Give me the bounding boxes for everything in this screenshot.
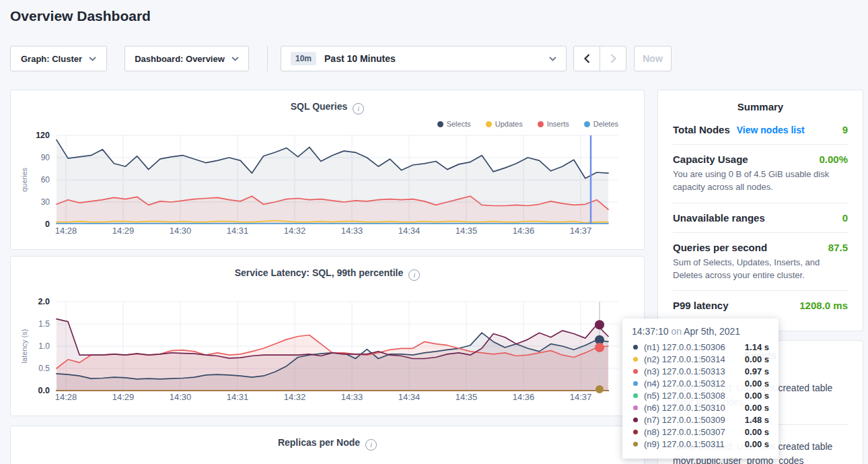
x-axis-tick-label: 14:33: [341, 226, 363, 236]
tooltip-node-dot: [633, 357, 638, 362]
x-axis-tick-label: 14:35: [456, 226, 478, 236]
overview-dashboard-page: Overview Dashboard Graph: Cluster Dashbo…: [0, 0, 868, 464]
y-axis-tick-label: 0.5: [38, 364, 50, 373]
summary-label: Unavailable ranges: [673, 212, 765, 224]
summary-title: Summary: [673, 101, 848, 112]
dashboard-dropdown[interactable]: Dashboard: Overview: [124, 46, 249, 71]
summary-value: 87.5: [828, 242, 848, 253]
x-axis-tick-label: 14:31: [227, 226, 249, 236]
summary-value: 1208.0 ms: [799, 300, 848, 311]
next-time-button[interactable]: [600, 46, 626, 71]
chart-title: Replicas per Node: [278, 437, 360, 448]
tooltip-node-value: 0.97 s: [745, 366, 769, 376]
summary-value: 9: [842, 124, 848, 135]
x-axis-tick-label: 14:30: [170, 226, 192, 236]
y-axis-label: latency (s): [20, 329, 28, 364]
sql-queries-panel: SQL Queriesi SelectsUpdatesInsertsDelete…: [10, 90, 645, 250]
y-axis-tick-label: 2.0: [38, 297, 50, 306]
tooltip-row: (n4) 127.0.0.1:503120.00 s: [632, 377, 769, 389]
latency-panel: Service Latency: SQL, 99th percentilei 1…: [10, 256, 645, 416]
tooltip-rows: (n1) 127.0.0.1:503061.14 s(n2) 127.0.0.1…: [632, 341, 769, 450]
hover-dot: [595, 385, 604, 393]
y-axis-tick-label: 0.0: [38, 386, 50, 395]
chevron-left-icon: [584, 54, 590, 63]
x-axis-tick-label: 14:34: [398, 226, 421, 236]
now-button[interactable]: Now: [634, 46, 672, 71]
tooltip-node-label: (n6) 127.0.0.1:50310: [644, 403, 725, 413]
summary-desc: Sum of Selects, Updates, Inserts, and De…: [673, 257, 848, 282]
chevron-down-icon: [89, 57, 96, 61]
x-axis-tick-label: 14:32: [284, 226, 306, 236]
x-axis-tick-label: 14:37: [570, 392, 592, 402]
summary-item: Total Nodes View nodes list 9: [673, 115, 848, 144]
summary-item: Capacity Usage 0.00% You are using 0 B o…: [673, 144, 848, 203]
x-axis-tick-label: 14:30: [170, 392, 192, 402]
tooltip-node-label: (n4) 127.0.0.1:50312: [644, 378, 725, 389]
dashboard-dropdown-label: Dashboard: Overview: [135, 54, 225, 64]
tooltip-row: (n1) 127.0.0.1:503061.14 s: [632, 341, 769, 353]
tooltip-node-value: 1.48 s: [745, 415, 769, 425]
x-axis-tick-label: 14:36: [513, 226, 535, 236]
y-axis-tick-label: 90: [41, 153, 50, 162]
x-axis-tick-label: 14:34: [398, 392, 421, 402]
summary-item: P99 latency 1208.0 ms: [673, 290, 848, 320]
x-axis-tick-label: 14:29: [112, 392, 135, 402]
summary-desc: You are using 0 B of 4.5 GiB usable disk…: [673, 168, 848, 194]
y-axis-tick-label: 120: [36, 131, 50, 140]
tooltip-node-dot: [633, 393, 638, 398]
x-axis-tick-label: 14:35: [456, 392, 478, 402]
x-axis-tick-label: 14:32: [284, 392, 306, 402]
view-nodes-link[interactable]: View nodes list: [737, 125, 805, 135]
hover-dot: [595, 343, 604, 352]
summary-label: Total Nodes: [673, 124, 730, 135]
tooltip-node-label: (n5) 127.0.0.1:50308: [644, 391, 725, 401]
tooltip-node-value: 0.00 s: [745, 391, 769, 401]
tooltip-row: (n2) 127.0.0.1:503140.00 s: [632, 353, 769, 365]
tooltip-node-dot: [633, 418, 638, 422]
summary-label: P99 latency: [673, 300, 729, 311]
tooltip-timestamp: 14:37:10 on Apr 5th, 2021: [632, 326, 769, 337]
tooltip-row: (n7) 127.0.0.1:503091.48 s: [632, 413, 769, 426]
tooltip-row: (n5) 127.0.0.1:503080.00 s: [632, 389, 769, 401]
info-icon[interactable]: i: [365, 439, 377, 451]
x-axis-tick-label: 14:37: [570, 226, 592, 236]
y-axis-tick-label: 1.0: [38, 341, 50, 351]
tooltip-row: (n9) 127.0.0.1:503110.00 s: [632, 438, 769, 450]
summary-item: Unavailable ranges 0: [673, 203, 848, 232]
y-axis-tick-label: 30: [41, 197, 50, 207]
latency-chart[interactable]: 14:2814:2914:3014:3114:3214:3314:3414:35…: [11, 257, 645, 417]
y-axis-tick-label: 1.5: [38, 319, 50, 329]
tooltip-node-label: (n2) 127.0.0.1:50314: [644, 354, 725, 364]
sql-queries-chart[interactable]: 14:2814:2914:3014:3114:3214:3314:3414:35…: [11, 90, 645, 251]
summary-value: 0.00%: [819, 154, 848, 165]
tooltip-node-dot: [633, 345, 638, 350]
tooltip-row: (n3) 127.0.0.1:503130.97 s: [632, 365, 769, 377]
tooltip-row: (n8) 127.0.0.1:503070.00 s: [632, 426, 769, 438]
time-range-badge: 10m: [291, 52, 316, 65]
time-range-selector[interactable]: 10m Past 10 Minutes: [281, 46, 567, 71]
graph-dropdown-label: Graph: Cluster: [21, 54, 82, 64]
toolbar-divider: [267, 46, 268, 71]
x-axis-tick-label: 14:31: [227, 392, 249, 402]
x-axis-tick-label: 14:29: [112, 226, 135, 236]
graph-dropdown[interactable]: Graph: Cluster: [10, 46, 107, 71]
x-axis-tick-label: 14:33: [341, 392, 363, 402]
tooltip-node-value: 0.00 s: [745, 427, 769, 437]
tooltip-node-label: (n1) 127.0.0.1:50306: [644, 342, 725, 352]
x-axis-tick-label: 14:28: [55, 226, 77, 236]
tooltip-node-label: (n7) 127.0.0.1:50309: [644, 415, 725, 425]
tooltip-node-label: (n8) 127.0.0.1:50307: [644, 427, 725, 437]
summary-label: Queries per second: [673, 242, 767, 253]
tooltip-node-dot: [633, 430, 638, 434]
summary-panel: Summary Total Nodes View nodes list 9 Ca…: [657, 90, 863, 331]
summary-label: Capacity Usage: [673, 154, 748, 165]
tooltip-row: (n6) 127.0.0.1:503100.00 s: [632, 401, 769, 413]
tooltip-node-label: (n9) 127.0.0.1:50311: [644, 439, 725, 449]
y-axis-tick-label: 60: [41, 175, 50, 185]
tooltip-node-value: 1.14 s: [745, 342, 769, 352]
chart-tooltip: 14:37:10 on Apr 5th, 2021 (n1) 127.0.0.1…: [622, 319, 779, 459]
prev-time-button[interactable]: [573, 46, 600, 71]
chart-header: Replicas per Nodei: [11, 437, 644, 451]
page-title: Overview Dashboard: [10, 8, 151, 24]
x-axis-tick-label: 14:28: [55, 392, 77, 402]
